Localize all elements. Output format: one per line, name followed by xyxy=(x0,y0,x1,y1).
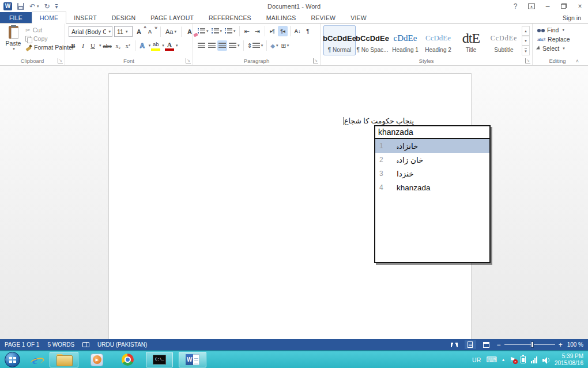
ribbon-display-options-icon[interactable]: ▴ xyxy=(523,1,540,12)
tab-references[interactable]: REFERENCES xyxy=(201,12,259,23)
highlight-button[interactable]: ab xyxy=(151,40,160,51)
network-signal-icon[interactable] xyxy=(531,356,537,363)
underline-button[interactable]: U xyxy=(88,40,97,51)
proofing-icon[interactable] xyxy=(82,342,89,347)
battery-icon[interactable] xyxy=(521,356,526,363)
numbering-button[interactable]: ▾ xyxy=(210,26,224,36)
volume-icon[interactable] xyxy=(542,356,549,363)
line-spacing-button[interactable]: ⇕▾ xyxy=(246,40,265,51)
style-no-spacing[interactable]: bCcDdEe ¶ No Spac... xyxy=(356,25,389,55)
tab-mailings[interactable]: MAILINGS xyxy=(259,12,304,23)
web-layout-button[interactable] xyxy=(481,340,492,349)
ime-candidate-2[interactable]: 2 خان زادہ xyxy=(375,153,489,167)
taskbar-word[interactable]: W xyxy=(179,352,206,367)
language-bar[interactable]: UR xyxy=(472,356,481,363)
collapse-ribbon-icon[interactable]: ˄ xyxy=(576,58,579,64)
align-left-button[interactable] xyxy=(197,40,206,51)
align-right-button[interactable] xyxy=(217,40,227,51)
increase-indent-button[interactable]: ⇥ xyxy=(252,26,262,36)
strikethrough-button[interactable]: abc xyxy=(102,40,113,51)
taskbar-chrome[interactable] xyxy=(115,352,140,367)
undo-dropdown-icon[interactable]: ▾ xyxy=(37,4,39,9)
style-heading2[interactable]: CcDdEe Heading 2 xyxy=(422,25,454,55)
ime-candidate-1[interactable]: 1 خانزادہ xyxy=(375,139,489,153)
keyboard-icon[interactable]: ⌨ xyxy=(486,357,497,363)
sort-button[interactable]: A↓ xyxy=(293,26,303,36)
styles-more-button[interactable]: ▾ xyxy=(522,46,530,55)
document-area[interactable]: پنجاب حکومت کا شجاع khanzada 1 خانزادہ 2… xyxy=(0,66,588,339)
style-title[interactable]: dtE Title xyxy=(455,25,487,55)
ime-candidate-3[interactable]: 3 خنزدا xyxy=(375,167,489,181)
grow-font-button[interactable]: A xyxy=(134,27,144,37)
show-hidden-icons[interactable]: ▴ xyxy=(502,357,504,362)
redo-icon[interactable]: ↻ xyxy=(44,3,50,10)
zoom-out-icon[interactable]: − xyxy=(497,341,501,349)
save-icon[interactable] xyxy=(17,3,24,10)
taskbar-explorer[interactable] xyxy=(50,352,78,367)
close-icon[interactable]: × xyxy=(572,1,588,12)
text-effects-dropdown-icon[interactable]: ▾ xyxy=(149,43,151,48)
superscript-button[interactable]: x² xyxy=(123,40,133,51)
text-effects-button[interactable]: A xyxy=(138,40,147,51)
action-center-icon[interactable]: ⚑× xyxy=(510,356,515,363)
decrease-indent-button[interactable]: ⇤ xyxy=(242,26,252,36)
justify-button[interactable]: ▾ xyxy=(228,40,241,51)
style-subtitle[interactable]: CcDdEe Subtitle xyxy=(488,25,520,55)
zoom-slider-thumb[interactable] xyxy=(531,341,534,348)
zoom-slider[interactable] xyxy=(504,344,555,345)
font-name-dropdown-icon[interactable]: ▾ xyxy=(108,29,111,34)
font-dialog-launcher[interactable]: ↘ xyxy=(186,58,191,63)
tab-design[interactable]: DESIGN xyxy=(104,12,143,23)
tab-file[interactable]: FILE xyxy=(0,12,32,23)
customize-qat-icon[interactable]: ▾ xyxy=(55,4,58,9)
help-icon[interactable]: ? xyxy=(507,1,523,12)
page-indicator[interactable]: PAGE 1 OF 1 xyxy=(5,341,39,348)
bullets-button[interactable]: ▾ xyxy=(197,26,210,36)
language-indicator[interactable]: URDU (PAKISTAN) xyxy=(97,341,147,348)
font-size-dropdown-icon[interactable]: ▾ xyxy=(126,29,128,34)
paste-dropdown-icon[interactable]: ▾ xyxy=(13,47,15,51)
clipboard-dialog-launcher[interactable]: ↘ xyxy=(58,58,63,63)
replace-button[interactable]: ab⇄ Replace xyxy=(537,36,570,43)
subscript-button[interactable]: x₂ xyxy=(114,40,123,51)
taskbar-media-player[interactable]: ▶ xyxy=(84,352,110,367)
print-layout-button[interactable] xyxy=(465,340,476,349)
select-dropdown-icon[interactable]: ▾ xyxy=(563,46,565,51)
ltr-direction-button[interactable]: ▸¶ xyxy=(267,26,277,36)
bold-button[interactable]: B xyxy=(69,40,78,51)
show-paragraph-marks-button[interactable]: ¶ xyxy=(303,26,313,36)
paste-button[interactable]: Paste ▾ xyxy=(3,26,24,58)
tab-review[interactable]: REVIEW xyxy=(304,12,344,23)
styles-scroll-down-button[interactable]: ▾ xyxy=(522,36,530,46)
paragraph-dialog-launcher[interactable]: ↘ xyxy=(313,58,318,63)
minimize-icon[interactable]: – xyxy=(540,1,556,12)
taskbar-ie[interactable]: e xyxy=(26,352,44,367)
style-heading1[interactable]: cDdEe Heading 1 xyxy=(389,25,421,55)
font-size-combo[interactable]: 11 ▾ xyxy=(114,26,133,37)
font-name-combo[interactable]: Arial (Body CS ▾ xyxy=(69,26,112,37)
find-button[interactable]: Find ▾ xyxy=(537,27,570,33)
italic-button[interactable]: I xyxy=(78,40,88,51)
select-button[interactable]: Select ▾ xyxy=(537,45,570,52)
style-normal[interactable]: bCcDdEe ¶ Normal xyxy=(323,25,356,55)
align-center-button[interactable] xyxy=(207,40,217,51)
font-color-dropdown-icon[interactable]: ▾ xyxy=(176,43,178,48)
zoom-in-icon[interactable]: + xyxy=(559,341,563,349)
multilevel-list-button[interactable]: ▾ xyxy=(224,26,237,36)
shading-button[interactable]: ◆▾ xyxy=(269,40,279,51)
find-dropdown-icon[interactable]: ▾ xyxy=(562,28,564,32)
document-text-line[interactable]: پنجاب حکومت کا شجاع xyxy=(344,117,414,125)
restore-icon[interactable] xyxy=(556,1,572,12)
rtl-direction-button[interactable]: ¶◂ xyxy=(278,26,288,36)
highlight-dropdown-icon[interactable]: ▾ xyxy=(162,43,164,48)
sign-in-link[interactable]: Sign in xyxy=(563,14,581,23)
read-mode-button[interactable] xyxy=(448,340,460,349)
shrink-font-button[interactable]: A xyxy=(145,27,154,37)
taskbar-clock[interactable]: 5:39 PM 2015/08/16 xyxy=(555,353,583,367)
tab-view[interactable]: VIEW xyxy=(343,12,374,23)
undo-icon[interactable]: ↶ xyxy=(29,3,35,10)
styles-dialog-launcher[interactable]: ↘ xyxy=(525,58,530,63)
taskbar-cmd[interactable]: C:\_ xyxy=(146,352,173,367)
tab-home[interactable]: HOME xyxy=(32,12,66,24)
word-count[interactable]: 5 WORDS xyxy=(47,341,74,348)
